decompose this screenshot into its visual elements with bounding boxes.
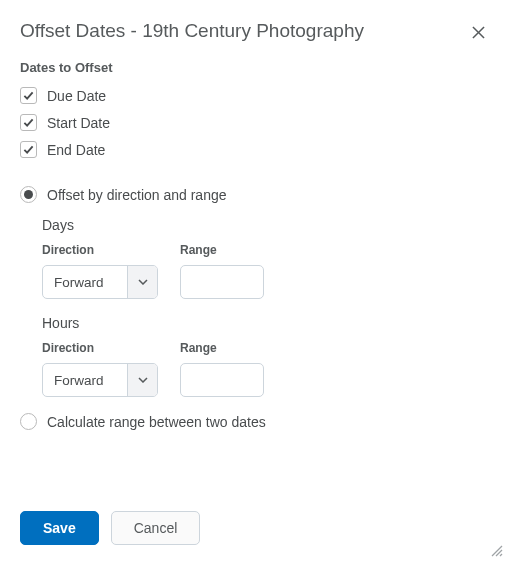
hours-range-label: Range <box>180 341 264 355</box>
start-date-checkbox[interactable] <box>20 114 37 131</box>
days-field-row: Direction Forward Range <box>42 243 489 299</box>
svg-line-4 <box>500 554 502 556</box>
end-date-label: End Date <box>47 142 105 158</box>
offset-by-direction-row: Offset by direction and range <box>20 186 489 203</box>
days-title: Days <box>42 217 489 233</box>
due-date-checkbox[interactable] <box>20 87 37 104</box>
save-button[interactable]: Save <box>20 511 99 545</box>
days-range-input[interactable] <box>180 265 264 299</box>
days-direction-value: Forward <box>43 266 127 298</box>
hours-field-row: Direction Forward Range <box>42 341 489 397</box>
resize-icon <box>489 543 503 560</box>
hours-section: Hours Direction Forward Range <box>42 315 489 397</box>
due-date-label: Due Date <box>47 88 106 104</box>
hours-direction-value: Forward <box>43 364 127 396</box>
days-direction-label: Direction <box>42 243 158 257</box>
offset-dates-dialog: Offset Dates - 19th Century Photography … <box>0 0 509 464</box>
hours-title: Hours <box>42 315 489 331</box>
chevron-down-icon <box>127 364 157 396</box>
close-button[interactable] <box>468 20 489 46</box>
offset-by-direction-label: Offset by direction and range <box>47 187 227 203</box>
hours-direction-select[interactable]: Forward <box>42 363 158 397</box>
dates-to-offset-label: Dates to Offset <box>20 60 489 75</box>
due-date-row: Due Date <box>20 87 489 104</box>
calculate-range-label: Calculate range between two dates <box>47 414 266 430</box>
end-date-checkbox[interactable] <box>20 141 37 158</box>
hours-direction-label: Direction <box>42 341 158 355</box>
close-icon <box>472 23 485 43</box>
hours-range-group: Range <box>180 341 264 397</box>
check-icon <box>23 114 34 132</box>
hours-range-input[interactable] <box>180 363 264 397</box>
chevron-down-icon <box>127 266 157 298</box>
dialog-footer: Save Cancel <box>20 511 489 545</box>
calculate-range-row: Calculate range between two dates <box>20 413 489 430</box>
calculate-range-radio[interactable] <box>20 413 37 430</box>
days-direction-group: Direction Forward <box>42 243 158 299</box>
days-section: Days Direction Forward Range <box>42 217 489 299</box>
end-date-row: End Date <box>20 141 489 158</box>
days-direction-select[interactable]: Forward <box>42 265 158 299</box>
offset-by-direction-radio[interactable] <box>20 186 37 203</box>
days-range-label: Range <box>180 243 264 257</box>
days-range-group: Range <box>180 243 264 299</box>
resize-handle[interactable] <box>489 543 503 557</box>
start-date-label: Start Date <box>47 115 110 131</box>
dialog-header: Offset Dates - 19th Century Photography <box>20 20 489 46</box>
start-date-row: Start Date <box>20 114 489 131</box>
check-icon <box>23 141 34 159</box>
check-icon <box>23 87 34 105</box>
dialog-title: Offset Dates - 19th Century Photography <box>20 20 364 42</box>
cancel-button[interactable]: Cancel <box>111 511 201 545</box>
hours-direction-group: Direction Forward <box>42 341 158 397</box>
